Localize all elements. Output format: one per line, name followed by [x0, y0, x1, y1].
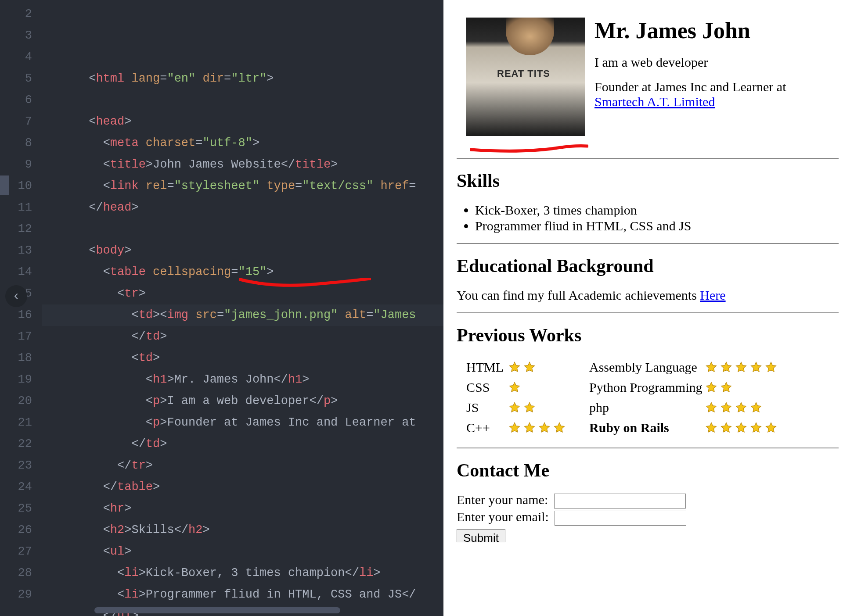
skill-label: C++: [466, 420, 506, 435]
code-line[interactable]: <table cellspacing="15">: [42, 261, 443, 283]
line-number: 19: [0, 369, 42, 390]
name-label: Enter your name:: [457, 492, 548, 507]
line-number: 18: [0, 347, 42, 369]
line-number: 14: [0, 261, 42, 283]
code-line[interactable]: <body>: [42, 240, 443, 261]
star-icon: [720, 361, 732, 373]
star-icon: [538, 422, 551, 434]
code-line[interactable]: <ul>: [42, 541, 443, 562]
line-number: 7: [0, 111, 42, 133]
line-number: 5: [0, 68, 42, 90]
code-line[interactable]: <h2>Skills</h2>: [42, 519, 443, 541]
line-number: 22: [0, 433, 42, 455]
code-line[interactable]: <hr>: [42, 498, 443, 519]
code-line[interactable]: <link rel="stylesheet" type="text/css" h…: [42, 175, 443, 197]
code-line[interactable]: <tr>: [42, 283, 443, 304]
line-number-gutter: 2345678910111213141516171819202122232425…: [0, 0, 42, 616]
code-line[interactable]: <li>Kick-Boxer, 3 times champion</li>: [42, 562, 443, 584]
profile-photo: [466, 18, 585, 136]
skills-list: Kick-Boxer, 3 times championProgrammer f…: [475, 203, 843, 233]
contact-form: Enter your name: Enter your email: Submi…: [457, 492, 843, 545]
star-icon: [523, 361, 536, 373]
intro-paragraph-2: Founder at James Inc and Learner at Smar…: [594, 79, 833, 109]
line-number: 17: [0, 326, 42, 347]
code-line[interactable]: <li>Programmer fliud in HTML, CSS and JS…: [42, 584, 443, 605]
education-link[interactable]: Here: [700, 288, 725, 302]
code-line[interactable]: </td>: [42, 326, 443, 347]
table-row: HTML: [466, 357, 589, 377]
line-number: 24: [0, 476, 42, 498]
code-line[interactable]: </head>: [42, 197, 443, 218]
star-icon: [735, 401, 747, 414]
divider: [457, 243, 839, 244]
star-icon: [705, 381, 717, 394]
code-line[interactable]: <td>: [42, 347, 443, 369]
divider: [457, 448, 839, 448]
star-icon: [553, 422, 566, 434]
line-number: 9: [0, 154, 42, 175]
code-line[interactable]: </tr>: [42, 455, 443, 476]
list-item: Kick-Boxer, 3 times champion: [475, 203, 843, 218]
intro-table: Mr. James John I am a web developer Foun…: [457, 8, 843, 146]
table-row: Assembly Language: [589, 357, 777, 377]
line-number: 20: [0, 390, 42, 412]
code-line[interactable]: <meta charset="utf-8">: [42, 133, 443, 154]
line-number: 27: [0, 541, 42, 562]
star-icon: [750, 361, 762, 373]
code-line[interactable]: </table>: [42, 476, 443, 498]
code-area[interactable]: <html lang="en" dir="ltr"> <head> <meta …: [42, 0, 443, 616]
star-icon: [705, 422, 717, 434]
star-icon: [508, 361, 521, 373]
line-number: 11: [0, 197, 42, 218]
table-row: CSS: [466, 377, 589, 398]
table-row: C++: [466, 418, 589, 438]
code-line[interactable]: <p>I am a web developer</p>: [42, 390, 443, 412]
star-icon: [705, 361, 717, 373]
intro-p2-text: Founder at James Inc and Learner at: [594, 79, 786, 94]
email-input[interactable]: [555, 511, 686, 526]
table-row: JS: [466, 398, 589, 418]
code-line[interactable]: [42, 218, 443, 240]
editor-vertical-scrollbar[interactable]: [0, 175, 9, 195]
code-line[interactable]: <title>John James Website</title>: [42, 154, 443, 175]
line-number: 29: [0, 584, 42, 605]
star-icon: [720, 422, 732, 434]
code-line[interactable]: <td><img src="james_john.png" alt="James: [42, 304, 443, 326]
education-text: You can find my full Academic achievemen…: [457, 288, 700, 302]
list-item: Programmer fliud in HTML, CSS and JS: [475, 218, 843, 233]
table-row: php: [589, 398, 777, 418]
line-number: 16: [0, 304, 42, 326]
name-field-row: Enter your name:: [457, 492, 843, 509]
education-heading: Educational Background: [457, 255, 843, 276]
line-number: 21: [0, 412, 42, 433]
code-line[interactable]: <h1>Mr. James John</h1>: [42, 369, 443, 390]
annotation-underline-photo: [470, 141, 588, 150]
email-label: Enter your email:: [457, 509, 549, 524]
line-number: 12: [0, 218, 42, 240]
skill-label: Assembly Language: [589, 360, 702, 375]
code-line[interactable]: <html lang="en" dir="ltr">: [42, 68, 443, 90]
star-icon: [705, 401, 717, 414]
star-icon: [750, 422, 762, 434]
star-icon: [508, 381, 521, 394]
company-link[interactable]: Smartech A.T. Limited: [594, 94, 715, 109]
line-number: 26: [0, 519, 42, 541]
table-row: Ruby on Rails: [589, 418, 777, 438]
code-line[interactable]: [42, 90, 443, 111]
star-icon: [523, 401, 536, 414]
line-number: 6: [0, 90, 42, 111]
line-number: 28: [0, 562, 42, 584]
name-input[interactable]: [554, 494, 686, 509]
line-number: 3: [0, 25, 42, 47]
code-line[interactable]: </td>: [42, 433, 443, 455]
skill-label: CSS: [466, 380, 506, 395]
submit-button[interactable]: Submit: [457, 529, 505, 542]
code-line[interactable]: <p>Founder at James Inc and Learner at: [42, 412, 443, 433]
intro-paragraph-1: I am a web developer: [594, 55, 833, 70]
page-title: Mr. James John: [594, 18, 833, 43]
panel-collapse-button[interactable]: ‹: [5, 285, 27, 307]
code-line[interactable]: <head>: [42, 111, 443, 133]
editor-horizontal-scrollbar[interactable]: [94, 607, 340, 613]
skill-label: Ruby on Rails: [589, 420, 702, 435]
browser-preview-pane: Mr. James John I am a web developer Foun…: [443, 0, 843, 616]
